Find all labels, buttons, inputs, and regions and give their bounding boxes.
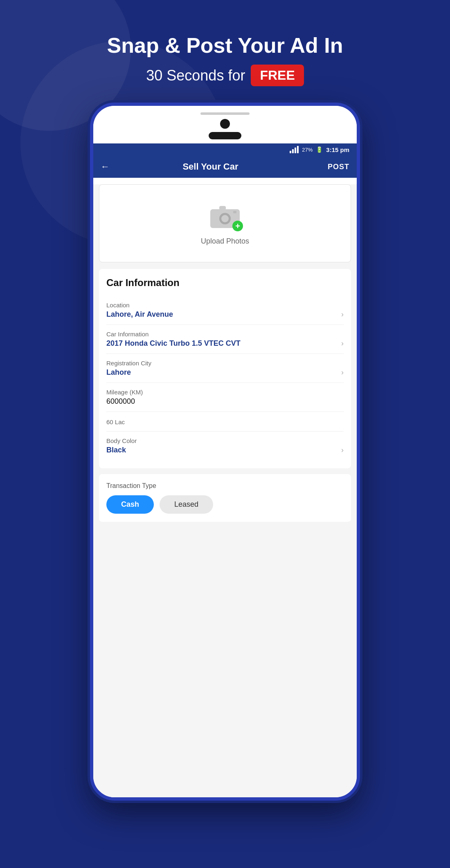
body-color-row[interactable]: Body Color Black ›	[106, 432, 344, 460]
free-badge: FREE	[251, 65, 304, 86]
transaction-buttons: Cash Leased	[106, 495, 344, 514]
phone-power-button	[359, 212, 360, 245]
app-bar-title: Sell Your Car	[115, 161, 306, 172]
location-chevron-icon: ›	[341, 310, 344, 319]
reg-city-value: Lahore	[106, 368, 131, 377]
phone-vol-up-button	[90, 196, 91, 220]
hero-section: Snap & Post Your Ad In 30 Seconds for FR…	[0, 0, 450, 103]
app-bar: ← Sell Your Car POST	[93, 156, 357, 178]
car-model-row[interactable]: Car Information 2017 Honda Civic Turbo 1…	[106, 325, 344, 354]
location-label: Location	[106, 302, 344, 309]
phone-content: + Upload Photos Car Information Location…	[93, 184, 357, 797]
battery-icon: 🔋	[316, 146, 323, 153]
car-model-value: 2017 Honda Civic Turbo 1.5 VTEC CVT	[106, 339, 241, 348]
back-button[interactable]: ←	[101, 161, 110, 172]
reg-city-label: Registration City	[106, 360, 344, 367]
phone-speaker	[200, 112, 250, 115]
phone-top	[93, 106, 357, 143]
reg-city-row[interactable]: Registration City Lahore ›	[106, 354, 344, 383]
cash-button[interactable]: Cash	[106, 495, 154, 514]
hero-title: Snap & Post Your Ad In	[0, 33, 450, 58]
car-info-heading: Car Information	[106, 277, 344, 289]
phone-device: 27% 🔋 3:15 pm ← Sell Your Car POST	[90, 103, 360, 801]
signal-icon	[290, 146, 299, 153]
svg-rect-4	[233, 211, 236, 213]
price-row: 60 Lac	[106, 412, 344, 432]
price-hint: 60 Lac	[106, 418, 344, 425]
body-color-value: Black	[106, 446, 126, 454]
transaction-section: Transaction Type Cash Leased	[99, 474, 351, 522]
battery-percentage: 27%	[302, 147, 313, 153]
status-time: 3:15 pm	[326, 146, 349, 153]
location-value: Lahore, Air Avenue	[106, 310, 173, 319]
svg-rect-3	[219, 206, 226, 210]
reg-city-chevron-icon: ›	[341, 368, 344, 377]
phone-wrapper: 27% 🔋 3:15 pm ← Sell Your Car POST	[0, 103, 450, 801]
mileage-value: 6000000	[106, 397, 135, 406]
upload-label: Upload Photos	[201, 237, 249, 246]
phone-vol-down-button	[90, 228, 91, 253]
location-row[interactable]: Location Lahore, Air Avenue ›	[106, 296, 344, 325]
leased-button[interactable]: Leased	[160, 495, 213, 514]
phone-camera	[220, 119, 230, 129]
car-model-label: Car Information	[106, 331, 344, 338]
camera-icon-wrapper: +	[209, 201, 241, 230]
car-model-chevron-icon: ›	[341, 339, 344, 348]
body-color-chevron-icon: ›	[341, 446, 344, 454]
upload-section[interactable]: + Upload Photos	[99, 184, 351, 262]
mileage-row: Mileage (KM) 6000000	[106, 383, 344, 412]
car-info-section: Car Information Location Lahore, Air Ave…	[99, 269, 351, 468]
transaction-type-label: Transaction Type	[106, 482, 344, 490]
mileage-label: Mileage (KM)	[106, 389, 344, 396]
add-photo-icon: +	[232, 221, 243, 231]
svg-point-2	[221, 215, 229, 222]
body-color-label: Body Color	[106, 437, 344, 444]
post-button[interactable]: POST	[328, 163, 349, 171]
phone-home-indicator	[209, 132, 241, 139]
status-bar: 27% 🔋 3:15 pm	[93, 143, 357, 156]
hero-subtitle: 30 Seconds for	[146, 67, 245, 84]
